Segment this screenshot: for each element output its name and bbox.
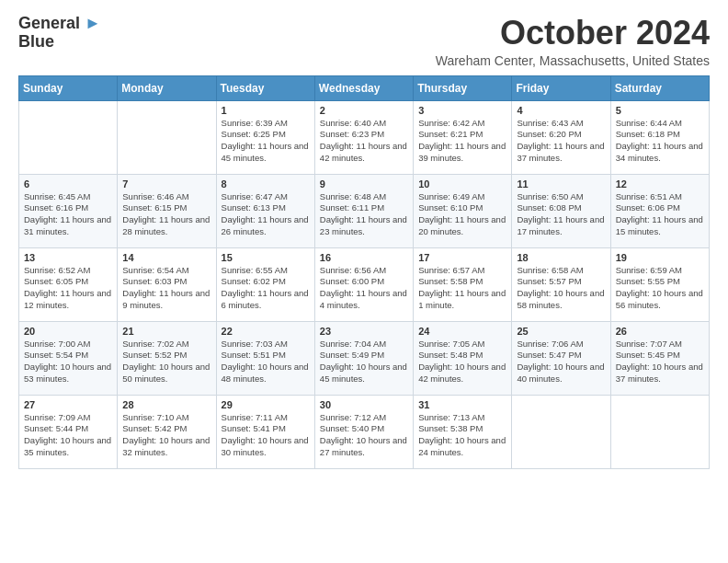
day-of-week-header: Sunday bbox=[19, 75, 118, 100]
day-info: Sunrise: 7:13 AM Sunset: 5:38 PM Dayligh… bbox=[418, 412, 506, 459]
day-number: 20 bbox=[24, 326, 112, 337]
day-number: 22 bbox=[222, 326, 310, 337]
calendar-day-cell: 18Sunrise: 6:58 AM Sunset: 5:57 PM Dayli… bbox=[512, 247, 610, 321]
calendar-day-cell: 2Sunrise: 6:40 AM Sunset: 6:23 PM Daylig… bbox=[314, 100, 413, 174]
calendar-day-cell: 30Sunrise: 7:12 AM Sunset: 5:40 PM Dayli… bbox=[314, 395, 413, 468]
calendar-table: SundayMondayTuesdayWednesdayThursdayFrid… bbox=[18, 75, 710, 469]
calendar-day-cell: 31Sunrise: 7:13 AM Sunset: 5:38 PM Dayli… bbox=[414, 395, 512, 468]
day-info: Sunrise: 7:03 AM Sunset: 5:51 PM Dayligh… bbox=[222, 339, 310, 385]
calendar-day-cell: 1Sunrise: 6:39 AM Sunset: 6:25 PM Daylig… bbox=[216, 100, 314, 174]
day-of-week-header: Friday bbox=[512, 75, 610, 100]
day-info: Sunrise: 6:43 AM Sunset: 6:20 PM Dayligh… bbox=[517, 118, 605, 165]
calendar-day-cell: 8Sunrise: 6:47 AM Sunset: 6:13 PM Daylig… bbox=[216, 174, 314, 247]
month-title: October 2024 bbox=[436, 15, 710, 52]
calendar-day-cell: 24Sunrise: 7:05 AM Sunset: 5:48 PM Dayli… bbox=[414, 321, 512, 395]
calendar-day-cell: 12Sunrise: 6:51 AM Sunset: 6:06 PM Dayli… bbox=[610, 174, 709, 247]
day-number: 14 bbox=[122, 252, 210, 263]
calendar-day-cell: 13Sunrise: 6:52 AM Sunset: 6:05 PM Dayli… bbox=[19, 247, 118, 321]
location-subtitle: Wareham Center, Massachusetts, United St… bbox=[436, 53, 710, 68]
day-info: Sunrise: 6:57 AM Sunset: 5:58 PM Dayligh… bbox=[418, 265, 506, 312]
calendar-day-cell: 16Sunrise: 6:56 AM Sunset: 6:00 PM Dayli… bbox=[314, 247, 413, 321]
calendar-week-row: 27Sunrise: 7:09 AM Sunset: 5:44 PM Dayli… bbox=[19, 395, 710, 468]
day-info: Sunrise: 6:48 AM Sunset: 6:11 PM Dayligh… bbox=[320, 191, 408, 238]
day-info: Sunrise: 6:46 AM Sunset: 6:15 PM Dayligh… bbox=[122, 191, 210, 238]
calendar-day-cell: 22Sunrise: 7:03 AM Sunset: 5:51 PM Dayli… bbox=[216, 321, 314, 395]
day-number: 25 bbox=[517, 326, 605, 337]
day-info: Sunrise: 6:58 AM Sunset: 5:57 PM Dayligh… bbox=[517, 265, 605, 312]
calendar-body: 1Sunrise: 6:39 AM Sunset: 6:25 PM Daylig… bbox=[19, 100, 710, 468]
calendar-day-cell: 5Sunrise: 6:44 AM Sunset: 6:18 PM Daylig… bbox=[610, 100, 709, 174]
day-of-week-header: Wednesday bbox=[314, 75, 413, 100]
calendar-day-cell: 21Sunrise: 7:02 AM Sunset: 5:52 PM Dayli… bbox=[118, 321, 216, 395]
day-number: 2 bbox=[320, 105, 408, 116]
day-number: 8 bbox=[222, 178, 310, 190]
calendar-day-cell: 10Sunrise: 6:49 AM Sunset: 6:10 PM Dayli… bbox=[414, 174, 512, 247]
calendar-week-row: 1Sunrise: 6:39 AM Sunset: 6:25 PM Daylig… bbox=[19, 100, 710, 174]
day-number: 16 bbox=[320, 252, 408, 263]
logo-text: General ► bbox=[18, 15, 101, 33]
calendar-day-cell: 20Sunrise: 7:00 AM Sunset: 5:54 PM Dayli… bbox=[19, 321, 118, 395]
day-info: Sunrise: 7:09 AM Sunset: 5:44 PM Dayligh… bbox=[24, 412, 112, 459]
day-number: 1 bbox=[222, 105, 310, 116]
calendar-day-cell: 27Sunrise: 7:09 AM Sunset: 5:44 PM Dayli… bbox=[19, 395, 118, 468]
day-number: 23 bbox=[320, 326, 408, 337]
day-number: 21 bbox=[122, 326, 210, 337]
calendar-day-cell bbox=[610, 395, 709, 468]
calendar-day-cell: 26Sunrise: 7:07 AM Sunset: 5:45 PM Dayli… bbox=[610, 321, 709, 395]
day-number: 11 bbox=[517, 178, 605, 190]
day-info: Sunrise: 7:12 AM Sunset: 5:40 PM Dayligh… bbox=[320, 412, 408, 459]
day-number: 13 bbox=[24, 252, 112, 263]
day-of-week-header: Thursday bbox=[414, 75, 512, 100]
day-of-week-header: Saturday bbox=[610, 75, 709, 100]
day-info: Sunrise: 6:45 AM Sunset: 6:16 PM Dayligh… bbox=[24, 191, 112, 238]
page: General ► Blue October 2024 Wareham Cent… bbox=[0, 0, 728, 480]
day-info: Sunrise: 6:55 AM Sunset: 6:02 PM Dayligh… bbox=[222, 265, 310, 312]
calendar-day-cell: 4Sunrise: 6:43 AM Sunset: 6:20 PM Daylig… bbox=[512, 100, 610, 174]
day-info: Sunrise: 7:00 AM Sunset: 5:54 PM Dayligh… bbox=[24, 339, 112, 385]
calendar-day-cell bbox=[118, 100, 216, 174]
day-info: Sunrise: 6:50 AM Sunset: 6:08 PM Dayligh… bbox=[517, 191, 605, 238]
day-info: Sunrise: 7:06 AM Sunset: 5:47 PM Dayligh… bbox=[517, 339, 605, 385]
logo: General ► Blue bbox=[18, 15, 101, 52]
day-number: 24 bbox=[418, 326, 506, 337]
title-block: October 2024 Wareham Center, Massachuset… bbox=[436, 15, 710, 68]
day-number: 18 bbox=[517, 252, 605, 263]
calendar-week-row: 20Sunrise: 7:00 AM Sunset: 5:54 PM Dayli… bbox=[19, 321, 710, 395]
day-number: 9 bbox=[320, 178, 408, 190]
day-info: Sunrise: 6:42 AM Sunset: 6:21 PM Dayligh… bbox=[418, 118, 506, 165]
day-info: Sunrise: 6:39 AM Sunset: 6:25 PM Dayligh… bbox=[222, 118, 310, 165]
day-number: 31 bbox=[418, 399, 506, 410]
day-number: 26 bbox=[616, 326, 704, 337]
day-info: Sunrise: 6:40 AM Sunset: 6:23 PM Dayligh… bbox=[320, 118, 408, 165]
day-info: Sunrise: 6:47 AM Sunset: 6:13 PM Dayligh… bbox=[222, 191, 310, 238]
day-number: 7 bbox=[122, 178, 210, 190]
calendar-day-cell: 15Sunrise: 6:55 AM Sunset: 6:02 PM Dayli… bbox=[216, 247, 314, 321]
day-number: 3 bbox=[418, 105, 506, 116]
calendar-week-row: 6Sunrise: 6:45 AM Sunset: 6:16 PM Daylig… bbox=[19, 174, 710, 247]
day-number: 4 bbox=[517, 105, 605, 116]
day-number: 15 bbox=[222, 252, 310, 263]
calendar-day-cell: 23Sunrise: 7:04 AM Sunset: 5:49 PM Dayli… bbox=[314, 321, 413, 395]
calendar-day-cell: 14Sunrise: 6:54 AM Sunset: 6:03 PM Dayli… bbox=[118, 247, 216, 321]
day-number: 19 bbox=[616, 252, 704, 263]
day-number: 6 bbox=[24, 178, 112, 190]
day-number: 10 bbox=[418, 178, 506, 190]
day-info: Sunrise: 6:59 AM Sunset: 5:55 PM Dayligh… bbox=[616, 265, 704, 312]
day-info: Sunrise: 7:10 AM Sunset: 5:42 PM Dayligh… bbox=[122, 412, 210, 459]
day-number: 12 bbox=[616, 178, 704, 190]
calendar-week-row: 13Sunrise: 6:52 AM Sunset: 6:05 PM Dayli… bbox=[19, 247, 710, 321]
calendar-header-row: SundayMondayTuesdayWednesdayThursdayFrid… bbox=[19, 75, 710, 100]
day-info: Sunrise: 6:44 AM Sunset: 6:18 PM Dayligh… bbox=[616, 118, 704, 165]
day-number: 29 bbox=[222, 399, 310, 410]
day-of-week-header: Tuesday bbox=[216, 75, 314, 100]
day-number: 17 bbox=[418, 252, 506, 263]
day-number: 28 bbox=[122, 399, 210, 410]
calendar-day-cell: 19Sunrise: 6:59 AM Sunset: 5:55 PM Dayli… bbox=[610, 247, 709, 321]
day-info: Sunrise: 7:05 AM Sunset: 5:48 PM Dayligh… bbox=[418, 339, 506, 385]
day-info: Sunrise: 7:04 AM Sunset: 5:49 PM Dayligh… bbox=[320, 339, 408, 385]
calendar-day-cell: 7Sunrise: 6:46 AM Sunset: 6:15 PM Daylig… bbox=[118, 174, 216, 247]
logo-blue: Blue bbox=[18, 33, 54, 52]
calendar-day-cell: 9Sunrise: 6:48 AM Sunset: 6:11 PM Daylig… bbox=[314, 174, 413, 247]
calendar-day-cell bbox=[512, 395, 610, 468]
day-of-week-header: Monday bbox=[118, 75, 216, 100]
